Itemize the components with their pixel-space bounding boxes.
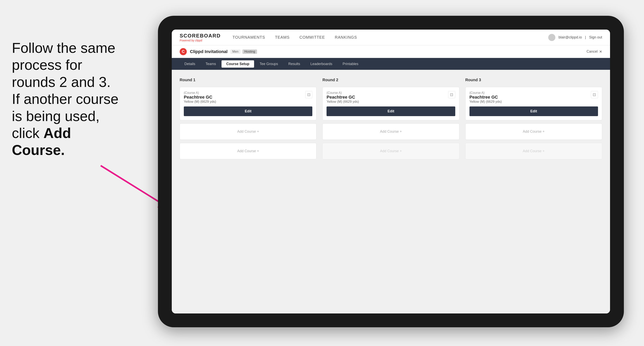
round-3-label: Round 3 xyxy=(465,78,602,82)
edit-button-r2[interactable]: Edit xyxy=(326,106,455,116)
cancel-button[interactable]: Cancel ✕ xyxy=(586,49,602,54)
round-2-course-card: (Course A) Peachtree GC Yellow (M) (6629… xyxy=(322,87,459,120)
rounds-grid: Round 1 (Course A) Peachtree GC Yellow (… xyxy=(180,78,602,159)
add-course-r3-slot1[interactable]: Add Course + xyxy=(465,123,602,140)
cancel-label: Cancel xyxy=(586,49,598,54)
course-details: Yellow (M) (6629 yds) xyxy=(184,100,216,104)
round-2-label: Round 2 xyxy=(322,78,459,82)
course-card-header-r3: (Course A) Peachtree GC Yellow (M) (6629… xyxy=(470,91,598,104)
add-course-text-r1-2: Add Course + xyxy=(237,149,259,153)
add-course-text-r3-1: Add Course + xyxy=(523,130,545,134)
instruction-line4: If another course xyxy=(12,91,118,107)
tab-course-setup[interactable]: Course Setup xyxy=(222,60,254,68)
course-delete-button-r2[interactable]: ⊡ xyxy=(448,91,455,98)
course-card-header: (Course A) Peachtree GC Yellow (M) (6629… xyxy=(184,91,312,104)
round-3-course-card: (Course A) Peachtree GC Yellow (M) (6629… xyxy=(465,87,602,120)
gender-badge: Men xyxy=(230,49,240,54)
top-nav: SCOREBOARD Powered by clippd TOURNAMENTS… xyxy=(172,29,610,45)
course-name-r2: Peachtree GC xyxy=(326,95,359,100)
course-label: (Course A) xyxy=(184,91,216,95)
hosting-badge: Hosting xyxy=(242,49,257,54)
user-email: blair@clippd.io xyxy=(558,35,582,39)
round-1-label: Round 1 xyxy=(180,78,316,82)
round-1-course-card: (Course A) Peachtree GC Yellow (M) (6629… xyxy=(180,87,316,120)
add-course-r1-slot2[interactable]: Add Course + xyxy=(180,143,316,159)
tab-printables[interactable]: Printables xyxy=(338,60,363,68)
course-details-r3: Yellow (M) (6629 yds) xyxy=(470,100,502,104)
logo-area: SCOREBOARD Powered by clippd xyxy=(180,33,221,42)
nav-item-rankings[interactable]: RANKINGS xyxy=(335,33,357,41)
tablet-frame: SCOREBOARD Powered by clippd TOURNAMENTS… xyxy=(158,16,624,327)
edit-button-r3[interactable]: Edit xyxy=(470,106,598,116)
round-1-column: Round 1 (Course A) Peachtree GC Yellow (… xyxy=(180,78,316,159)
nav-item-teams[interactable]: TEAMS xyxy=(275,33,290,41)
course-delete-button-r3[interactable]: ⊡ xyxy=(591,91,598,98)
course-delete-button[interactable]: ⊡ xyxy=(305,91,312,98)
round-2-column: Round 2 (Course A) Peachtree GC Yellow (… xyxy=(322,78,459,159)
course-info: (Course A) Peachtree GC Yellow (M) (6629… xyxy=(184,91,216,104)
sub-header: C Clippd Invitational Men Hosting Cancel… xyxy=(172,45,610,58)
instruction-line3: rounds 2 and 3. xyxy=(12,74,110,90)
course-name-r3: Peachtree GC xyxy=(470,95,502,100)
tablet-screen: SCOREBOARD Powered by clippd TOURNAMENTS… xyxy=(172,29,610,314)
edit-button-r1[interactable]: Edit xyxy=(184,106,312,116)
tab-results[interactable]: Results xyxy=(284,60,305,68)
add-course-text-r1-1: Add Course + xyxy=(237,130,259,134)
nav-item-tournaments[interactable]: TOURNAMENTS xyxy=(232,33,265,41)
tournament-name: Clippd Invitational xyxy=(190,49,228,54)
instruction-line6: click xyxy=(12,125,44,141)
course-info-r2: (Course A) Peachtree GC Yellow (M) (6629… xyxy=(326,91,359,104)
add-course-r1-slot1[interactable]: Add Course + xyxy=(180,123,316,140)
logo-text: SCOREBOARD xyxy=(180,33,221,39)
course-label-r2: (Course A) xyxy=(326,91,359,95)
add-course-text-r2-2: Add Course + xyxy=(380,149,402,153)
tabs-bar: Details Teams Course Setup Tee Groups Re… xyxy=(172,58,610,70)
instruction-panel: Follow the same process for rounds 2 and… xyxy=(0,31,138,167)
course-info-r3: (Course A) Peachtree GC Yellow (M) (6629… xyxy=(470,91,502,104)
course-label-r3: (Course A) xyxy=(470,91,502,95)
separator: | xyxy=(585,35,586,39)
tab-leaderboards[interactable]: Leaderboards xyxy=(306,60,337,68)
tab-details[interactable]: Details xyxy=(180,60,200,68)
user-avatar xyxy=(548,34,555,41)
nav-right: blair@clippd.io | Sign out xyxy=(548,34,602,41)
instruction-line2: process for xyxy=(12,57,82,73)
course-details-r2: Yellow (M) (6629 yds) xyxy=(326,100,359,104)
tab-teams[interactable]: Teams xyxy=(201,60,221,68)
tab-tee-groups[interactable]: Tee Groups xyxy=(255,60,283,68)
logo-sub: Powered by clippd xyxy=(180,39,221,42)
close-icon: ✕ xyxy=(599,49,602,54)
round-3-column: Round 3 (Course A) Peachtree GC Yellow (… xyxy=(465,78,602,159)
instruction-line5: is being used, xyxy=(12,108,100,124)
add-course-text-r2-1: Add Course + xyxy=(380,130,402,134)
add-course-text-r3-2: Add Course + xyxy=(523,149,545,153)
course-card-header-r2: (Course A) Peachtree GC Yellow (M) (6629… xyxy=(326,91,455,104)
nav-items: TOURNAMENTS TEAMS COMMITTEE RANKINGS xyxy=(232,33,548,41)
course-name: Peachtree GC xyxy=(184,95,216,100)
add-course-r3-slot2: Add Course + xyxy=(465,143,602,159)
sign-out-link[interactable]: Sign out xyxy=(589,35,602,39)
instruction-line1: Follow the same xyxy=(12,40,115,56)
nav-item-committee[interactable]: COMMITTEE xyxy=(300,33,325,41)
add-course-r2-slot2: Add Course + xyxy=(322,143,459,159)
tournament-logo: C xyxy=(180,48,187,55)
add-course-r2-slot1[interactable]: Add Course + xyxy=(322,123,459,140)
main-content: Round 1 (Course A) Peachtree GC Yellow (… xyxy=(172,70,610,314)
